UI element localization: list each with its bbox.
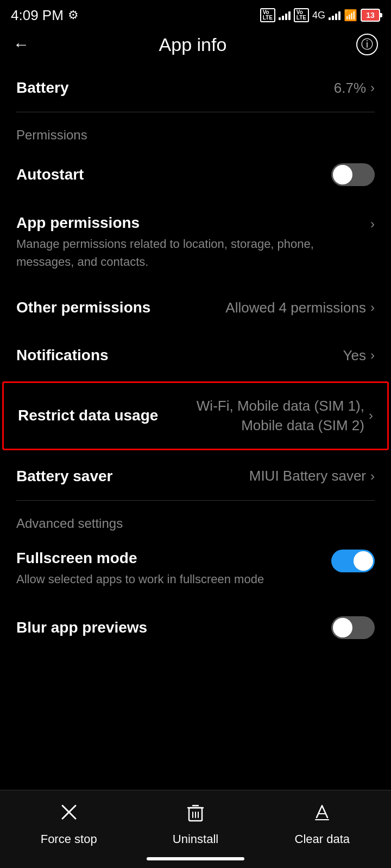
content: Battery 6.7% › Permissions Autostart App… <box>0 64 391 726</box>
advanced-section-label: Advanced settings <box>0 501 391 537</box>
4g-label: 4G <box>312 10 325 21</box>
notifications-label: Notifications <box>16 347 109 364</box>
fullscreen-toggle-knob <box>354 551 373 571</box>
other-permissions-value: Allowed 4 permissions <box>225 299 366 316</box>
battery-chevron: › <box>370 80 375 95</box>
battery-saver-item[interactable]: Battery saver MIUI Battery saver › <box>0 452 391 500</box>
blur-previews-label: Blur app previews <box>16 619 147 636</box>
bottom-actions: Force stop Uninstall <box>0 790 391 854</box>
restrict-data-value: Wi-Fi, Mobile data (SIM 1), Mobile data … <box>191 396 364 436</box>
blur-previews-item[interactable]: Blur app previews <box>0 601 391 726</box>
time-display: 4:09 PM <box>11 7 64 24</box>
other-permissions-item[interactable]: Other permissions Allowed 4 permissions … <box>0 284 391 331</box>
app-permissions-text: App permissions Manage permissions relat… <box>16 214 370 271</box>
info-icon: ⓘ <box>361 36 373 53</box>
volte-icon-2: VoLTE <box>294 8 309 22</box>
signal-bars-2 <box>329 10 340 20</box>
notifications-chevron: › <box>370 348 375 363</box>
battery-label: Battery <box>16 79 68 97</box>
autostart-item[interactable]: Autostart <box>0 148 391 201</box>
status-left: 4:09 PM ⚙ <box>11 7 79 24</box>
notifications-value: Yes <box>343 347 366 364</box>
clear-data-icon <box>311 801 333 828</box>
app-permissions-desc: Manage permissions related to location, … <box>16 235 370 271</box>
force-stop-action[interactable]: Force stop <box>5 801 132 846</box>
uninstall-icon <box>185 801 206 828</box>
battery-item[interactable]: Battery 6.7% › <box>0 64 391 112</box>
other-permissions-chevron: › <box>370 300 375 315</box>
force-stop-label: Force stop <box>41 832 97 846</box>
fullscreen-row: Fullscreen mode Allow selected apps to w… <box>16 550 375 588</box>
volte-icon-1: VoLTE <box>260 8 275 22</box>
restrict-data-chevron: › <box>369 408 373 423</box>
battery-value: 6.7% <box>334 80 366 97</box>
page-title: App info <box>159 34 227 55</box>
home-indicator <box>147 857 244 860</box>
battery-saver-label: Battery saver <box>16 468 112 485</box>
clear-data-label: Clear data <box>295 832 350 846</box>
blur-previews-toggle-knob <box>333 618 352 637</box>
other-permissions-value-container: Allowed 4 permissions › <box>225 299 375 316</box>
blur-previews-toggle[interactable] <box>331 616 375 639</box>
battery-saver-chevron: › <box>370 469 375 484</box>
fullscreen-toggle[interactable] <box>331 550 375 572</box>
back-button[interactable]: ← <box>13 35 29 54</box>
battery-saver-value-container: MIUI Battery saver › <box>249 468 375 484</box>
autostart-toggle-knob <box>333 165 352 184</box>
restrict-data-item[interactable]: Restrict data usage Wi-Fi, Mobile data (… <box>4 383 387 449</box>
signal-bars-1 <box>279 10 291 20</box>
battery-value-container: 6.7% › <box>334 80 375 97</box>
restrict-data-highlighted: Restrict data usage Wi-Fi, Mobile data (… <box>2 381 389 450</box>
restrict-data-value-container: Wi-Fi, Mobile data (SIM 1), Mobile data … <box>191 396 373 436</box>
top-nav: ← App info ⓘ <box>0 28 391 64</box>
fullscreen-title: Fullscreen mode <box>16 550 291 567</box>
fullscreen-text: Fullscreen mode Allow selected apps to w… <box>16 550 291 588</box>
uninstall-label: Uninstall <box>173 832 218 846</box>
app-permissions-item[interactable]: App permissions Manage permissions relat… <box>0 201 391 284</box>
bottom-bar: Force stop Uninstall <box>0 790 391 868</box>
permissions-section-label: Permissions <box>0 112 391 148</box>
autostart-toggle[interactable] <box>331 163 375 186</box>
restrict-data-label: Restrict data usage <box>18 407 158 424</box>
fullscreen-item[interactable]: Fullscreen mode Allow selected apps to w… <box>0 537 391 601</box>
status-bar: 4:09 PM ⚙ VoLTE VoLTE 4G 📶 13 <box>0 0 391 28</box>
app-permissions-chevron: › <box>370 216 375 232</box>
gear-icon: ⚙ <box>68 8 79 22</box>
info-button[interactable]: ⓘ <box>356 34 378 55</box>
app-permissions-title: App permissions <box>16 214 370 232</box>
battery-saver-value: MIUI Battery saver <box>249 468 366 484</box>
status-right: VoLTE VoLTE 4G 📶 13 <box>260 8 380 22</box>
notifications-item[interactable]: Notifications Yes › <box>0 331 391 379</box>
wifi-icon: 📶 <box>344 9 357 22</box>
force-stop-icon <box>58 801 80 828</box>
app-permissions-row: App permissions Manage permissions relat… <box>16 214 375 271</box>
autostart-label: Autostart <box>16 166 84 183</box>
other-permissions-label: Other permissions <box>16 299 150 316</box>
battery-indicator: 13 <box>361 9 380 22</box>
notifications-value-container: Yes › <box>343 347 375 364</box>
fullscreen-desc: Allow selected apps to work in fullscree… <box>16 570 291 588</box>
clear-data-action[interactable]: Clear data <box>259 801 386 846</box>
uninstall-action[interactable]: Uninstall <box>132 801 258 846</box>
